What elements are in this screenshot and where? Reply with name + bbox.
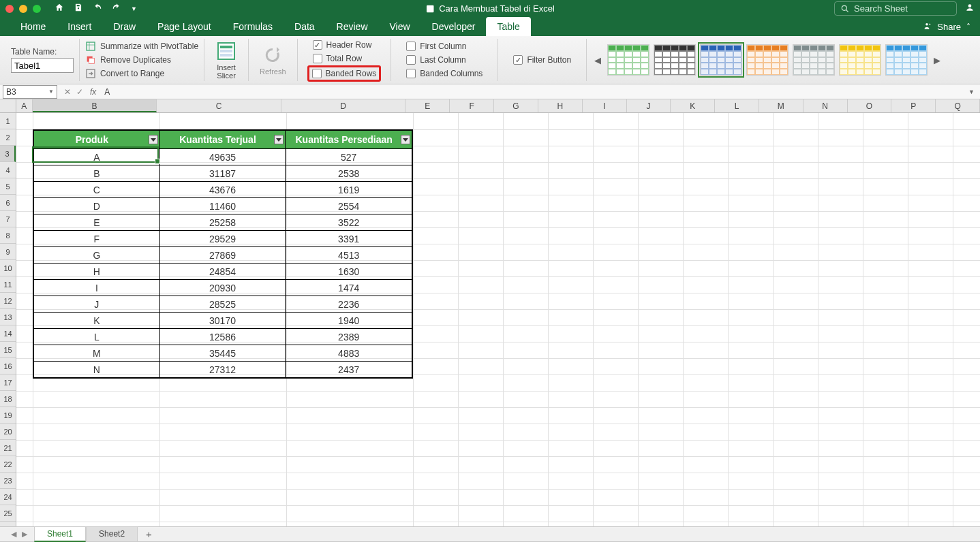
enter-formula-icon[interactable]: ✓ <box>76 87 83 97</box>
table-cell[interactable]: 31187 <box>160 165 286 181</box>
table-header-cell[interactable]: Produk <box>34 131 160 148</box>
row-header[interactable]: 17 <box>0 374 16 391</box>
table-row[interactable]: A49635527 <box>34 148 412 165</box>
row-header[interactable]: 1 <box>0 113 16 129</box>
table-cell[interactable]: 527 <box>286 149 412 165</box>
table-cell[interactable]: 27869 <box>160 247 286 263</box>
redo-icon[interactable] <box>112 3 121 14</box>
undo-icon[interactable] <box>93 3 102 14</box>
table-style-swatch[interactable] <box>700 44 742 76</box>
table-row[interactable]: H248541630 <box>34 263 412 279</box>
column-header[interactable]: E <box>405 99 450 112</box>
table-cell[interactable]: 11460 <box>160 198 286 214</box>
row-header[interactable]: 12 <box>0 293 16 309</box>
collapse-ribbon-icon[interactable]: ˄ <box>966 22 970 32</box>
first-column-checkbox[interactable]: First Column <box>403 41 485 52</box>
column-header[interactable]: K <box>671 99 715 112</box>
tab-page-layout[interactable]: Page Layout <box>147 17 222 36</box>
table-cell[interactable]: G <box>34 247 160 263</box>
table-cell[interactable]: 12586 <box>160 329 286 345</box>
select-all-corner[interactable] <box>0 99 16 113</box>
filter-dropdown-icon[interactable] <box>149 135 158 144</box>
table-header-cell[interactable]: Kuantitas Persediaan <box>286 131 412 148</box>
tab-formulas[interactable]: Formulas <box>222 17 284 36</box>
table-cell[interactable]: 4513 <box>286 247 412 263</box>
column-header[interactable]: A <box>16 99 33 112</box>
name-box[interactable]: B3▼ <box>3 85 57 99</box>
table-cell[interactable]: 29529 <box>160 231 286 246</box>
column-header[interactable]: P <box>891 99 936 112</box>
table-cell[interactable]: M <box>34 345 160 361</box>
remove-duplicates-button[interactable]: Remove Duplicates <box>85 54 198 66</box>
row-header[interactable]: 5 <box>0 178 16 195</box>
table-row[interactable]: L125862389 <box>34 328 412 345</box>
table-row[interactable]: K301701940 <box>34 312 412 328</box>
table-cell[interactable]: 2236 <box>286 296 412 312</box>
tab-draw[interactable]: Draw <box>102 17 147 36</box>
table-row[interactable]: C436761619 <box>34 181 412 197</box>
sheet-tab[interactable]: Sheet1 <box>34 526 86 542</box>
row-header[interactable]: 6 <box>0 195 16 211</box>
row-header[interactable]: 7 <box>0 211 16 227</box>
row-header[interactable]: 19 <box>0 407 16 424</box>
maximize-window-icon[interactable] <box>33 5 41 13</box>
table-row[interactable]: N273122437 <box>34 361 412 377</box>
table-cell[interactable]: L <box>34 329 160 345</box>
row-header[interactable]: 15 <box>0 342 16 358</box>
row-header[interactable]: 20 <box>0 424 16 440</box>
table-cell[interactable]: 43676 <box>160 182 286 197</box>
save-icon[interactable] <box>74 3 83 14</box>
row-header[interactable]: 26 <box>0 522 16 526</box>
row-header[interactable]: 10 <box>0 260 16 276</box>
tab-data[interactable]: Data <box>284 17 326 36</box>
table-cell[interactable]: 35445 <box>160 345 286 361</box>
row-header[interactable]: 23 <box>0 473 16 489</box>
row-header[interactable]: 25 <box>0 505 16 522</box>
refresh-button[interactable]: Refresh <box>254 43 292 77</box>
row-header[interactable]: 2 <box>0 129 16 146</box>
table-cell[interactable]: 1474 <box>286 280 412 296</box>
column-header[interactable]: M <box>759 99 803 112</box>
table-cell[interactable]: 25258 <box>160 214 286 230</box>
add-sheet-button[interactable]: + <box>138 528 160 540</box>
styles-next-icon[interactable]: ▶ <box>932 44 943 76</box>
banded-columns-checkbox[interactable]: Banded Columns <box>403 68 485 79</box>
column-header[interactable]: J <box>627 99 671 112</box>
column-header[interactable]: L <box>715 99 759 112</box>
column-header[interactable]: B <box>33 99 157 112</box>
column-header[interactable]: C <box>157 99 281 112</box>
cancel-formula-icon[interactable]: ✕ <box>64 87 71 97</box>
filter-button-checkbox[interactable]: Filter Button <box>510 54 574 65</box>
table-header-cell[interactable]: Kuantitas Terjual <box>160 131 286 148</box>
table-cell[interactable]: K <box>34 313 160 328</box>
table-cell[interactable]: 30170 <box>160 313 286 328</box>
table-row[interactable]: G278694513 <box>34 246 412 263</box>
table-cell[interactable]: E <box>34 214 160 230</box>
table-style-swatch[interactable] <box>839 44 881 76</box>
qat-dropdown-icon[interactable]: ▼ <box>131 5 137 12</box>
tab-developer[interactable]: Developer <box>421 17 487 36</box>
insert-slicer-button[interactable]: Insert Slicer <box>210 39 243 81</box>
row-header[interactable]: 22 <box>0 456 16 473</box>
sheet-tab[interactable]: Sheet2 <box>86 526 138 542</box>
row-header[interactable]: 9 <box>0 244 16 260</box>
row-header[interactable]: 13 <box>0 309 16 325</box>
total-row-checkbox[interactable]: Total Row <box>310 53 379 64</box>
table-cell[interactable]: 1619 <box>286 182 412 197</box>
column-header[interactable]: H <box>538 99 583 112</box>
table-cell[interactable]: 2437 <box>286 362 412 377</box>
table-row[interactable]: F295293391 <box>34 230 412 246</box>
table-style-swatch[interactable] <box>607 44 649 76</box>
table-cell[interactable]: 2389 <box>286 329 412 345</box>
row-header[interactable]: 18 <box>0 391 16 407</box>
share-button[interactable]: Share <box>937 22 961 32</box>
tab-review[interactable]: Review <box>326 17 379 36</box>
table-cell[interactable]: 4883 <box>286 345 412 361</box>
home-icon[interactable] <box>55 3 64 14</box>
spreadsheet-grid[interactable]: ABCDEFGHIJKLMNOPQ 1234567891011121314151… <box>0 99 980 526</box>
column-header[interactable]: D <box>281 99 406 112</box>
styles-prev-icon[interactable]: ◀ <box>592 44 603 76</box>
filter-dropdown-icon[interactable] <box>401 135 410 144</box>
column-header[interactable]: N <box>803 99 848 112</box>
table-row[interactable]: B311872538 <box>34 165 412 181</box>
